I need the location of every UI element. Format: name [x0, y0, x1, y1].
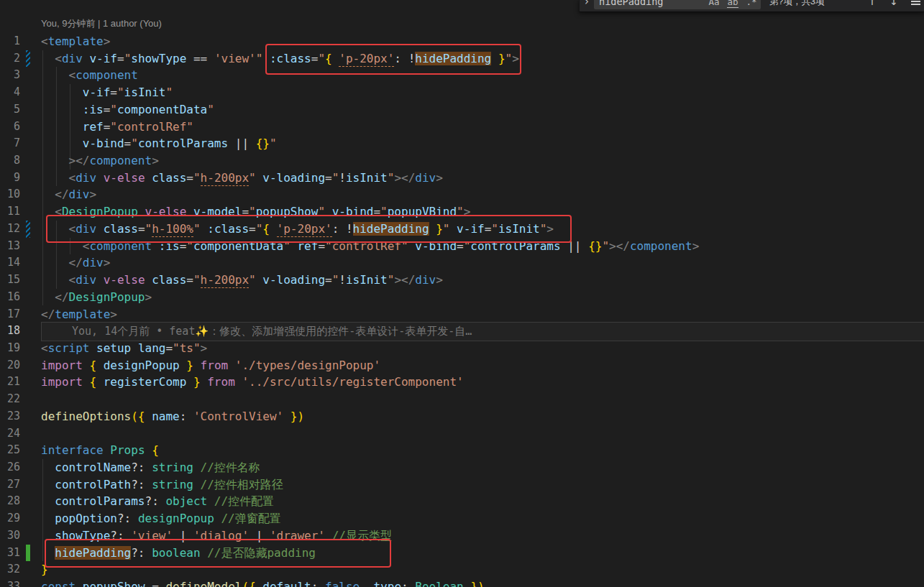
- gutter: [20, 33, 41, 50]
- code-text: controlPath?: string //控件相对路径: [41, 476, 283, 494]
- gutter: [20, 391, 41, 408]
- line-number[interactable]: 18: [0, 323, 20, 340]
- code-line[interactable]: 29 popOption?: designPopup //弹窗配置: [0, 510, 924, 527]
- line-number[interactable]: 10: [0, 186, 20, 203]
- code-text: import { registerComp } from '../src/uti…: [41, 374, 464, 391]
- code-line[interactable]: 19<script setup lang="ts">: [0, 340, 924, 357]
- line-number[interactable]: 13: [0, 238, 20, 255]
- line-number[interactable]: 27: [0, 476, 20, 494]
- code-line[interactable]: 30 showType?: 'view' | 'dialog' | 'drawe…: [0, 527, 924, 545]
- line-number[interactable]: 5: [0, 101, 20, 119]
- code-line[interactable]: 13 <component :is="componentData" ref="c…: [0, 238, 924, 255]
- sparkles-icon: ✨: [195, 325, 209, 338]
- code-line[interactable]: 21import { registerComp } from '../src/u…: [0, 374, 924, 391]
- regex-button[interactable]: .*: [742, 0, 761, 7]
- code-line[interactable]: 6 ref="controlRef": [0, 119, 924, 136]
- gutter: [20, 459, 41, 476]
- code-line[interactable]: 8 ></component>: [0, 152, 924, 170]
- code-text: <component :is="componentData" ref="cont…: [41, 238, 699, 255]
- line-number[interactable]: 25: [0, 442, 20, 459]
- code-line[interactable]: 24: [0, 425, 924, 443]
- code-line[interactable]: 9 <div v-else class="h-200px" v-loading=…: [0, 170, 924, 187]
- line-number[interactable]: 21: [0, 374, 20, 391]
- gutter: [20, 186, 41, 203]
- code-line[interactable]: 7 v-bind="controlParams || {}": [0, 135, 924, 152]
- line-number[interactable]: 4: [0, 84, 20, 101]
- line-number[interactable]: 14: [0, 254, 20, 272]
- find-input[interactable]: hidePadding Aa ab .*: [594, 0, 761, 9]
- code-line[interactable]: 5 :is="componentData": [0, 101, 924, 119]
- match-case-button[interactable]: Aa: [705, 0, 723, 7]
- line-number[interactable]: 8: [0, 152, 20, 170]
- find-in-selection-button[interactable]: [905, 0, 924, 7]
- gutter: [20, 254, 41, 272]
- gitlens-authors-lens[interactable]: You, 9分钟前 | 1 author (You): [41, 17, 162, 31]
- line-number[interactable]: 7: [0, 135, 20, 152]
- gutter: [20, 170, 41, 187]
- line-number[interactable]: 11: [0, 203, 20, 221]
- line-number[interactable]: 30: [0, 527, 20, 545]
- code-line[interactable]: 27 controlPath?: string //控件相对路径: [0, 476, 924, 494]
- code-line[interactable]: 4 v-if="isInit": [0, 84, 924, 101]
- line-number[interactable]: 33: [0, 578, 20, 587]
- code-line[interactable]: 15 <div v-else class="h-200px" v-loading…: [0, 272, 924, 289]
- code-text: interface Props {: [41, 442, 159, 459]
- gutter: [20, 357, 41, 374]
- gutter: [20, 203, 41, 221]
- code-text: <component: [41, 67, 138, 84]
- find-widget: › hidePadding Aa ab .* 第?项，共3项 ↑ ↓: [579, 0, 924, 12]
- gutter: [20, 561, 41, 578]
- line-number[interactable]: 16: [0, 289, 20, 306]
- code-line[interactable]: 31 hidePadding?: boolean //是否隐藏padding: [0, 545, 924, 562]
- line-number[interactable]: 3: [0, 67, 20, 84]
- line-number[interactable]: 22: [0, 391, 20, 408]
- code-line[interactable]: 32}: [0, 561, 924, 578]
- code-line[interactable]: 16 </DesignPopup>: [0, 289, 924, 306]
- code-line[interactable]: 20import { designPopup } from './types/d…: [0, 357, 924, 374]
- line-number[interactable]: 2: [0, 50, 20, 68]
- code-text: v-bind="controlParams || {}": [41, 135, 277, 152]
- gutter: [20, 101, 41, 119]
- code-line[interactable]: 33const popupShow = defineModel({ defaul…: [0, 578, 924, 587]
- code-line[interactable]: 14 </div>: [0, 254, 924, 272]
- gutter: [20, 374, 41, 391]
- whole-word-button[interactable]: ab: [723, 0, 742, 7]
- toggle-replace-chevron-icon[interactable]: ›: [580, 0, 594, 8]
- line-number[interactable]: 23: [0, 408, 20, 425]
- code-text: You, 14个月前 • feat✨：修改、添加增强使用的控件-表单设计-表单开…: [41, 323, 472, 341]
- code-line[interactable]: 10 </div>: [0, 186, 924, 203]
- code-line[interactable]: 25interface Props {: [0, 442, 924, 459]
- code-line[interactable]: 3 <component: [0, 67, 924, 84]
- next-match-button[interactable]: ↓: [883, 0, 905, 7]
- line-number[interactable]: 32: [0, 561, 20, 578]
- code-line[interactable]: 22: [0, 391, 924, 408]
- line-number[interactable]: 1: [0, 33, 20, 50]
- gutter: [20, 135, 41, 152]
- line-number[interactable]: 26: [0, 459, 20, 476]
- line-number[interactable]: 29: [0, 510, 20, 527]
- line-number[interactable]: 28: [0, 493, 20, 510]
- line-number[interactable]: 31: [0, 545, 20, 562]
- previous-match-button[interactable]: ↑: [861, 0, 883, 7]
- find-query-text[interactable]: hidePadding: [594, 0, 705, 7]
- line-number[interactable]: 6: [0, 119, 20, 136]
- line-number[interactable]: 17: [0, 306, 20, 323]
- line-number[interactable]: 12: [0, 221, 20, 238]
- code-line[interactable]: 2 <div v-if="showType == 'view'" :class=…: [0, 50, 924, 68]
- code-line[interactable]: 18You, 14个月前 • feat✨：修改、添加增强使用的控件-表单设计-表…: [0, 323, 924, 340]
- line-number[interactable]: 19: [0, 340, 20, 357]
- code-text: :is="componentData": [41, 101, 214, 119]
- code-line[interactable]: 28 controlParams?: object //控件配置: [0, 493, 924, 510]
- line-number[interactable]: 24: [0, 425, 20, 443]
- code-line[interactable]: 12 <div class="h-100%" :class="{ 'p-20px…: [0, 221, 924, 238]
- line-number[interactable]: 9: [0, 170, 20, 187]
- gutter: [20, 119, 41, 136]
- code-line[interactable]: 23defineOptions({ name: 'ControlView' }): [0, 408, 924, 425]
- code-line[interactable]: 1<template>: [0, 33, 924, 50]
- line-number[interactable]: 15: [0, 272, 20, 289]
- code-line[interactable]: 26 controlName?: string //控件名称: [0, 459, 924, 476]
- code-line[interactable]: 17</template>: [0, 306, 924, 323]
- code-text: showType?: 'view' | 'dialog' | 'drawer' …: [41, 527, 392, 545]
- code-line[interactable]: 11 <DesignPopup v-else v-model="popupSho…: [0, 203, 924, 221]
- line-number[interactable]: 20: [0, 357, 20, 374]
